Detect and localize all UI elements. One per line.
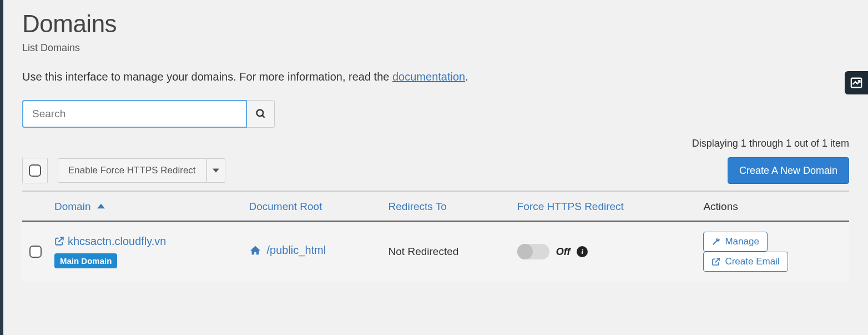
document-root-path: /public_html: [266, 244, 326, 257]
svg-point-0: [256, 110, 263, 117]
col-domain[interactable]: Domain: [49, 192, 243, 221]
intro-prefix: Use this interface to manage your domain…: [22, 71, 392, 83]
col-actions: Actions: [698, 192, 849, 221]
main-domain-badge: Main Domain: [54, 253, 117, 268]
page-subtitle: List Domains: [22, 42, 849, 54]
domain-name: khcsactn.cloudfly.vn: [68, 235, 166, 247]
intro-text: Use this interface to manage your domain…: [22, 71, 849, 83]
search-button[interactable]: [247, 100, 275, 128]
redirects-to-value: Not Redirected: [383, 221, 512, 282]
stats-side-tab[interactable]: [845, 71, 868, 94]
col-checkbox: [22, 192, 49, 221]
force-https-toggle[interactable]: [517, 244, 549, 259]
home-icon: [249, 244, 262, 257]
wrench-icon: [711, 237, 720, 246]
intro-suffix: .: [465, 71, 468, 83]
page-title: Domains: [22, 10, 849, 38]
col-redirects-to[interactable]: Redirects To: [383, 192, 512, 221]
select-all-checkbox[interactable]: [29, 164, 41, 177]
sort-asc-icon: [97, 201, 105, 212]
info-icon[interactable]: i: [577, 246, 588, 257]
create-email-button[interactable]: Create Email: [703, 252, 788, 272]
documentation-link[interactable]: documentation: [392, 71, 465, 83]
result-count: Displaying 1 through 1 out of 1 item: [22, 138, 849, 149]
chart-icon: [850, 77, 862, 89]
col-force-https[interactable]: Force HTTPS Redirect: [512, 192, 698, 221]
document-root-link[interactable]: /public_html: [249, 244, 326, 257]
col-document-root[interactable]: Document Root: [243, 192, 382, 221]
manage-label: Manage: [725, 236, 759, 247]
search-input[interactable]: [22, 100, 247, 128]
external-link-icon: [54, 236, 64, 246]
create-new-domain-button[interactable]: Create A New Domain: [728, 157, 849, 184]
select-all-wrapper[interactable]: [22, 158, 48, 183]
table-row: khcsactn.cloudfly.vn Main Domain /public…: [22, 221, 849, 282]
domain-link[interactable]: khcsactn.cloudfly.vn: [54, 235, 166, 247]
search-icon: [255, 108, 266, 119]
enable-force-https-dropdown[interactable]: [206, 158, 225, 183]
create-email-label: Create Email: [725, 256, 779, 267]
col-domain-label: Domain: [54, 201, 90, 212]
caret-down-icon: [213, 167, 219, 174]
svg-line-1: [262, 116, 264, 118]
external-link-icon: [711, 257, 720, 266]
row-checkbox[interactable]: [29, 246, 42, 258]
manage-button[interactable]: Manage: [703, 232, 767, 252]
enable-force-https-button[interactable]: Enable Force HTTPS Redirect: [58, 158, 206, 183]
force-https-state: Off: [556, 246, 571, 258]
